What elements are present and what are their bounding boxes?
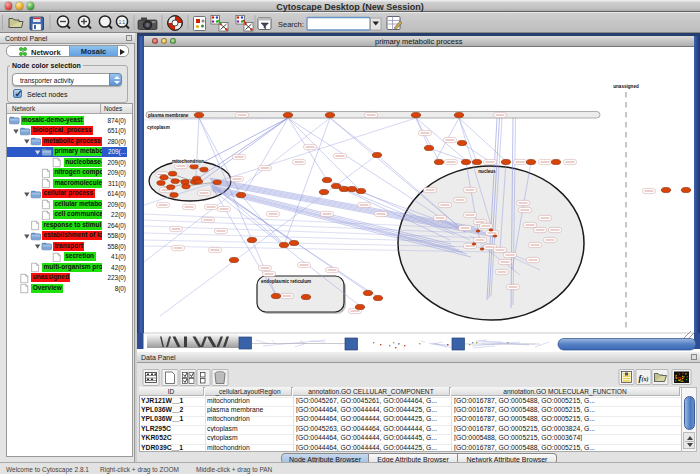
svg-text:1:1: 1:1 — [119, 20, 126, 25]
svg-text:Search:: Search: — [278, 20, 304, 29]
svg-text:Network: Network — [31, 48, 61, 57]
svg-text:plasma membrane: plasma membrane — [148, 113, 189, 118]
svg-text:unassigned: unassigned — [613, 84, 639, 89]
svg-text:nucleus: nucleus — [478, 169, 496, 174]
svg-text:endoplasmic reticulum: endoplasmic reticulum — [261, 279, 311, 284]
svg-text:cytoplasm: cytoplasm — [147, 125, 170, 130]
svg-text:mitochondrion: mitochondrion — [172, 159, 204, 164]
